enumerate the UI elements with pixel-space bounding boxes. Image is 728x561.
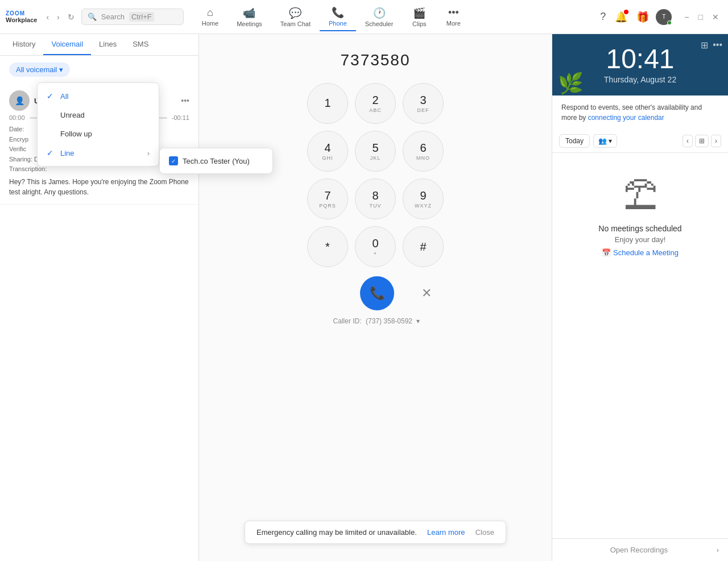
notification-dot [624, 10, 628, 14]
calendar-icons: ⊞ ••• [701, 40, 722, 51]
titlebar: zoom Workplace ‹ › ↻ 🔍 Search Ctrl+F ⌂ H… [0, 0, 728, 34]
vm-transcription-text: Hey? This is James. Hope you're enjoying… [9, 177, 189, 197]
zoom-subtitle: Workplace [6, 16, 37, 23]
calendar-icon: 📅 [602, 248, 611, 257]
notifications-button[interactable]: 🔔 [613, 9, 630, 26]
nav-scheduler[interactable]: 🕐 Scheduler [356, 3, 403, 31]
close-button[interactable]: ✕ [709, 10, 722, 24]
schedule-meeting-button[interactable]: 📅 Schedule a Meeting [602, 248, 679, 257]
nav-clips[interactable]: 🎬 Clips [402, 3, 436, 31]
dropdown-chevron: ▾ [59, 65, 63, 74]
open-recordings-row[interactable]: Open Recordings › [552, 538, 728, 561]
maximize-button[interactable]: □ [695, 10, 706, 24]
center-panel: 7373580 1 2ABC 3DEF 4GHI 5JKL 6MNO 7PQRS… [199, 34, 552, 561]
back-button[interactable]: ‹ [43, 10, 52, 24]
calendar-nav: Today 👥 ▾ ‹ ⊞ › [552, 130, 728, 153]
search-label: Search [101, 13, 125, 21]
umbrella-icon: ⛱ [623, 176, 657, 215]
nav-home[interactable]: ⌂ Home [193, 3, 228, 30]
cal-prev-button[interactable]: ‹ [682, 135, 693, 147]
dialpad-grid: 1 2ABC 3DEF 4GHI 5JKL 6MNO 7PQRS 8TUV 9W… [307, 83, 444, 267]
dial-1[interactable]: 1 [307, 83, 348, 124]
schedule-label: Schedule a Meeting [613, 248, 679, 257]
dropdown-menu: ✓ All Unread Follow up ✓ Line › [37, 82, 159, 167]
nav-meetings[interactable]: 📹 Meetings [228, 3, 271, 31]
online-indicator [667, 20, 672, 25]
gift-button[interactable]: 🎁 [634, 9, 651, 26]
zoom-brand: zoom [6, 10, 25, 16]
nav-more-label: More [446, 20, 461, 27]
caller-id[interactable]: Caller ID: (737) 358-0592 ▾ [331, 317, 420, 325]
caller-id-value: (737) 358-0592 [366, 317, 412, 325]
right-panel: ⊞ ••• 🌿 10:41 Thursday, August 22 Respon… [552, 34, 728, 561]
dial-3[interactable]: 3DEF [403, 83, 444, 124]
dialpad-number[interactable]: 7373580 [340, 51, 410, 69]
nav-meetings-label: Meetings [237, 20, 262, 27]
cal-nav-right: ‹ ⊞ › [682, 135, 721, 147]
dial-hash[interactable]: # [403, 226, 444, 267]
user-avatar[interactable]: T [656, 9, 672, 25]
dial-7[interactable]: 7PQRS [307, 178, 348, 219]
titlebar-right: ? 🔔 🎁 T − □ ✕ [598, 9, 722, 26]
phone-icon: 📞 [332, 6, 344, 19]
check-icon: ✓ [47, 92, 56, 101]
filter-unread[interactable]: Unread [38, 106, 159, 124]
people-chevron: ▾ [609, 137, 612, 145]
all-voicemail-button[interactable]: All voicemail ▾ [9, 63, 70, 77]
minimize-button[interactable]: − [681, 10, 692, 24]
nav-team-chat-label: Team Chat [280, 20, 311, 27]
main-layout: History Voicemail Lines SMS All voicemai… [0, 34, 728, 561]
today-button[interactable]: Today [559, 134, 590, 148]
zoom-logo: zoom Workplace [6, 10, 37, 23]
nav-more[interactable]: ••• More [436, 3, 470, 30]
tab-sms[interactable]: SMS [125, 34, 156, 55]
line-menu: ✓ Tech.co Tester (You) [159, 148, 273, 174]
vm-more-icon[interactable]: ••• [181, 96, 189, 105]
dial-5[interactable]: 5JKL [355, 131, 396, 172]
scheduler-icon: 🕐 [373, 7, 386, 19]
dialpad-actions: 📞 ✕ [315, 276, 436, 310]
clear-button[interactable]: ✕ [417, 281, 436, 305]
dial-0[interactable]: 0+ [355, 226, 396, 267]
nav-phone[interactable]: 📞 Phone [320, 3, 356, 31]
calendar-widget: ⊞ ••• 🌿 10:41 Thursday, August 22 [552, 34, 728, 95]
history-button[interactable]: ↻ [64, 10, 78, 24]
help-button[interactable]: ? [598, 9, 608, 25]
connect-calendar-link[interactable]: connecting your calendar [588, 114, 664, 122]
line-item-techco[interactable]: ✓ Tech.co Tester (You) [164, 153, 268, 169]
tab-lines[interactable]: Lines [91, 34, 125, 55]
tab-history[interactable]: History [5, 34, 43, 55]
dial-9[interactable]: 9WXYZ [403, 178, 444, 219]
filter-line-label: Line [60, 149, 75, 157]
emergency-text: Emergency calling may be limited or unav… [257, 528, 417, 537]
dial-star[interactable]: * [307, 226, 348, 267]
call-button[interactable]: 📞 [360, 276, 394, 310]
dial-8[interactable]: 8TUV [355, 178, 396, 219]
tab-voicemail[interactable]: Voicemail [43, 34, 91, 55]
filter-follow-up[interactable]: Follow up [38, 124, 159, 143]
nav-team-chat[interactable]: 💬 Team Chat [271, 3, 320, 31]
dial-2[interactable]: 2ABC [355, 83, 396, 124]
nav-items: ⌂ Home 📹 Meetings 💬 Team Chat 📞 Phone 🕐 … [193, 3, 471, 31]
caller-id-chevron: ▾ [416, 317, 420, 325]
cal-month-button[interactable]: ⊞ [695, 135, 709, 147]
search-bar[interactable]: 🔍 Search Ctrl+F [81, 9, 184, 25]
learn-more-link[interactable]: Learn more [427, 528, 465, 537]
cal-next-button[interactable]: › [711, 135, 721, 147]
vm-time-start: 00:00 [9, 114, 25, 121]
vm-avatar: 👤 [9, 90, 30, 111]
nav-scheduler-label: Scheduler [365, 20, 394, 27]
caller-id-label: Caller ID: [333, 317, 362, 325]
filter-all[interactable]: ✓ All [38, 86, 159, 106]
people-button[interactable]: 👥 ▾ [593, 134, 617, 148]
dial-6[interactable]: 6MNO [403, 131, 444, 172]
forward-button[interactable]: › [53, 10, 63, 24]
calendar-more-icon[interactable]: ••• [713, 40, 722, 51]
filter-line[interactable]: ✓ Line › [38, 143, 159, 163]
enjoy-text: Enjoy your day! [615, 235, 666, 244]
dial-4[interactable]: 4GHI [307, 131, 348, 172]
calendar-grid-icon[interactable]: ⊞ [701, 40, 708, 51]
line-checkbox: ✓ [169, 156, 178, 165]
plant-icon: 🌿 [558, 72, 584, 95]
emergency-close[interactable]: Close [475, 528, 494, 537]
